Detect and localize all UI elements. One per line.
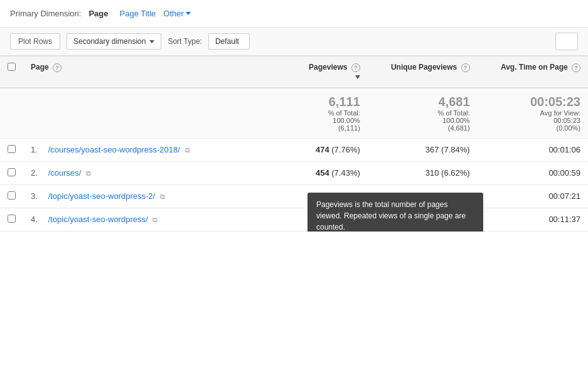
secondary-dimension-dropdown[interactable]: Secondary dimension [67,33,161,50]
other-caret-icon [186,12,191,15]
summary-checkbox-cell [0,88,23,139]
row1-copy-icon[interactable]: ⧉ [185,146,190,154]
header-page: Page ? [23,56,272,88]
row4-copy-icon[interactable]: ⧉ [152,216,158,224]
row2-checkbox[interactable] [8,168,16,176]
row4-avgtime-cell: 00:11:37 [478,208,588,231]
table-row: 2. /courses/ ⧉ 454 (7.43%) 310 (6.62%) 0… [0,161,588,184]
total-avg-time: 00:05:23 [485,95,580,109]
pageviews-sort-icon[interactable] [355,75,360,79]
row3-page-link[interactable]: /topic/yoast-seo-wordpress-2/ [48,191,156,201]
pageviews-help-icon[interactable]: ? [351,63,360,72]
secondary-dimension-label: Secondary dimension [73,37,146,46]
row3-page-cell: 3. /topic/yoast-seo-wordpress-2/ ⧉ [23,184,272,208]
row2-page-cell: 2. /courses/ ⧉ [23,161,272,184]
row2-copy-icon[interactable]: ⧉ [86,169,91,178]
row1-avgtime: 00:01:06 [548,145,580,154]
row1-page-link[interactable]: /courses/yoast-seo-wordpress-2018/ [48,145,180,154]
row4-rank: 4. [31,215,46,224]
row1-page-cell: 1. /courses/yoast-seo-wordpress-2018/ ⧉ [23,138,272,161]
row3-avgtime: 00:07:21 [548,191,580,201]
page-help-icon[interactable]: ? [53,63,61,72]
row3-rank: 3. [31,191,46,201]
row1-unique-cell: 367 (7.84%) [368,138,478,161]
header-checkbox-cell [0,56,23,88]
header-unique-pageviews-label: Unique Pageviews [391,63,457,72]
row4-avgtime: 00:11:37 [548,215,580,224]
row1-pageviews-pct: (7.76%) [331,145,360,154]
row1-unique-pct: (7.84%) [441,145,470,154]
primary-dim-other-dropdown[interactable]: Other [163,9,191,18]
primary-dim-page[interactable]: Page [85,6,112,21]
row2-avgtime-cell: 00:00:59 [478,161,588,184]
primary-dim-page-title[interactable]: Page Title [116,6,160,21]
row2-pageviews-cell: 454 (7.43%) [272,161,368,184]
data-table-wrapper: Page ? Pageviews ? Unique Pageviews ? Av… [0,56,588,232]
row1-checkbox[interactable] [8,145,16,153]
pageviews-tooltip: Pageviews is the total number of pages v… [307,193,483,232]
row3-checkbox[interactable] [8,191,16,200]
analytics-table: Page ? Pageviews ? Unique Pageviews ? Av… [0,56,588,232]
row4-page-cell: 4. /topic/yoast-seo-wordpress/ ⧉ [23,208,272,231]
table-row: 4. /topic/yoast-seo-wordpress/ ⧉ 218 (3.… [0,208,588,231]
row2-unique-pct: (6.62%) [441,168,470,178]
header-page-label: Page [31,63,49,72]
summary-pageviews-pct: % of Total: 100.00% (6,111) [280,109,360,132]
header-unique-pageviews: Unique Pageviews ? [368,56,478,88]
row4-page-link[interactable]: /topic/yoast-seo-wordpress/ [48,215,148,224]
table-header-row: Page ? Pageviews ? Unique Pageviews ? Av… [0,56,588,88]
row1-rank: 1. [31,145,46,154]
summary-avgtime-label: Avg for View: [540,109,580,117]
table-row: 1. /courses/yoast-seo-wordpress-2018/ ⧉ … [0,138,588,161]
row1-pageviews: 474 [316,145,329,154]
row1-unique: 367 [425,145,439,154]
table-row: 3. /topic/yoast-seo-wordpress-2/ ⧉ 246 (… [0,184,588,208]
row2-unique-cell: 310 (6.62%) [368,161,478,184]
unique-pageviews-help-icon[interactable]: ? [461,63,470,72]
summary-unique-count: (4,681) [448,124,470,132]
summary-pct-label: % of Total: [328,109,360,117]
header-pageviews: Pageviews ? [272,56,368,88]
header-pageviews-label: Pageviews [309,63,347,72]
summary-pageviews-count: (6,111) [338,124,360,132]
row2-unique: 310 [425,168,439,178]
secondary-dim-caret-icon [149,40,154,43]
summary-unique-100: 100.00% [442,117,469,124]
summary-avgtime-val: 00:05:23 [553,117,580,124]
sort-type-dropdown[interactable]: Default [208,33,250,50]
row2-pageviews: 454 [316,168,329,178]
total-unique-pageviews: 4,681 [375,95,470,109]
summary-unique-pct: % of Total: 100.00% (4,681) [375,109,470,132]
summary-page-cell [23,88,272,139]
primary-dimension-bar: Primary Dimension: Page Page Title Other [0,0,588,28]
row4-checkbox-cell [0,208,23,231]
row2-pageviews-pct: (7.43%) [331,168,360,178]
total-pageviews: 6,111 [280,95,360,109]
tooltip-text: Pageviews is the total number of pages v… [316,200,466,232]
summary-row: 6,111 % of Total: 100.00% (6,111) 4,681 … [0,88,588,139]
primary-dimension-label: Primary Dimension: [10,9,81,18]
summary-avgtime-pct: (0.00%) [556,124,580,132]
summary-pageviews-cell: 6,111 % of Total: 100.00% (6,111) [272,88,368,139]
row3-copy-icon[interactable]: ⧉ [160,193,165,201]
sort-type-value: Default [215,37,239,46]
row2-page-link[interactable]: /courses/ [48,168,82,178]
summary-unique-cell: 4,681 % of Total: 100.00% (4,681) [368,88,478,139]
sort-type-label: Sort Type: [168,37,201,46]
toolbar: Plot Rows Secondary dimension Sort Type:… [0,28,588,56]
avg-time-help-icon[interactable]: ? [572,63,580,72]
row2-avgtime: 00:00:59 [548,168,580,178]
search-input[interactable] [555,33,578,50]
row1-avgtime-cell: 00:01:06 [478,138,588,161]
summary-avgtime: Avg for View: 00:05:23 (0.00%) [485,109,580,132]
summary-unique-pct-label: % of Total: [437,109,469,117]
select-all-checkbox[interactable] [8,63,16,71]
row1-pageviews-cell: 474 (7.76%) [272,138,368,161]
row1-checkbox-cell [0,138,23,161]
row4-checkbox[interactable] [8,215,16,223]
row2-rank: 2. [31,168,46,178]
plot-rows-button[interactable]: Plot Rows [10,33,60,50]
header-avg-time-label: Avg. Time on Page [501,63,568,72]
row3-checkbox-cell [0,184,23,208]
header-avg-time: Avg. Time on Page ? [478,56,588,88]
